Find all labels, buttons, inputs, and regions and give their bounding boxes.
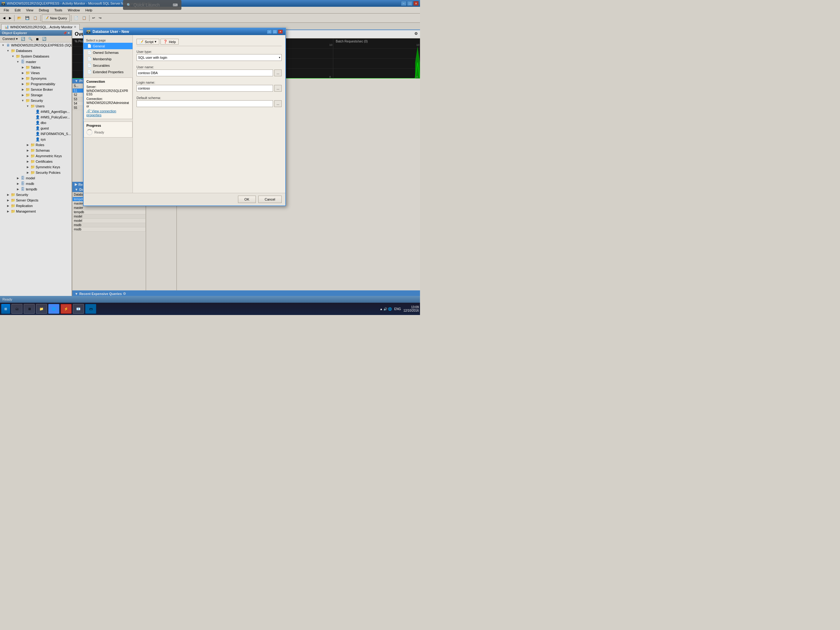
connection-icon: 🔗 [87, 109, 91, 113]
user-type-select-wrapper: SQL user with login SQL user without log… [136, 54, 282, 61]
sys-tray-icons: ▲ 🔊 🌐 [380, 307, 392, 311]
keyboard-icon: ⌨ [173, 3, 178, 7]
user-type-row: SQL user with login SQL user without log… [136, 54, 282, 61]
sidebar-item-general[interactable]: 📄 General [84, 43, 133, 49]
dialog-body: Select a page 📄 General 📄 Owned Schemas … [84, 35, 285, 193]
email-icon: 📧 [76, 307, 81, 311]
chrome-icon: 🌐 [52, 307, 56, 311]
login-name-browse-button[interactable]: ... [274, 85, 282, 92]
start-button[interactable]: ⊞ [1, 304, 10, 314]
ok-button[interactable]: OK [238, 196, 256, 203]
login-name-group: Login name: ... [136, 81, 282, 92]
dialog-overlay: 🗃️ Database User - New − □ ✕ Select a pa… [0, 0, 420, 303]
default-schema-group: Default schema: ... [136, 96, 282, 107]
dialog-toolbar: 📝 Script ▾ ❓ Help [136, 38, 282, 46]
taskbar-explorer[interactable]: 🗂 [11, 304, 22, 314]
taskbar-right: ▲ 🔊 🌐 ENG 13:09 12/10/2016 [380, 306, 419, 312]
page-icon: 📄 [87, 51, 92, 54]
sidebar-item-owned-schemas[interactable]: 📄 Owned Schemas [84, 49, 133, 56]
page-icon: 📄 [87, 57, 92, 61]
user-name-group: User name: ... [136, 65, 282, 76]
sidebar-item-membership[interactable]: 📄 Membership [84, 56, 133, 62]
ssms-icon: 🗃 [89, 307, 93, 311]
dialog-maximize-button[interactable]: □ [272, 30, 277, 34]
terminal-icon: 🖥 [28, 307, 31, 311]
connection-title: Connection [87, 80, 130, 83]
user-type-group: User type: SQL user with login SQL user … [136, 50, 282, 61]
script-icon: 📝 [139, 40, 144, 44]
quick-launch-area: 🔍 ⌨ [123, 0, 182, 10]
clock: 13:09 12/10/2016 [403, 306, 419, 312]
taskbar-filezilla[interactable]: ⚡ [61, 304, 72, 314]
dialog-footer: OK Cancel [84, 193, 285, 206]
user-name-input[interactable] [136, 70, 273, 76]
search-icon: 🔍 [127, 3, 131, 7]
taskbar-ssms[interactable]: 🗃 [85, 304, 96, 314]
database-user-dialog: 🗃️ Database User - New − □ ✕ Select a pa… [83, 28, 286, 206]
sidebar-header: Select a page [84, 38, 133, 43]
dialog-title-buttons: − □ ✕ [267, 30, 283, 34]
connection-value: WINDOWS2012R2\Administrator [87, 101, 130, 108]
dialog-minimize-button[interactable]: − [267, 30, 272, 34]
dialog-title-bar: 🗃️ Database User - New − □ ✕ [84, 28, 285, 35]
progress-status: Ready [87, 129, 130, 135]
login-name-label: Login name: [136, 81, 282, 84]
taskbar-folder[interactable]: 📁 [36, 304, 47, 314]
page-icon: 📄 [87, 44, 92, 48]
default-schema-row: ... [136, 100, 282, 107]
user-type-select[interactable]: SQL user with login SQL user without log… [136, 54, 282, 61]
user-name-label: User name: [136, 65, 282, 69]
sidebar-item-securables[interactable]: 📄 Securables [84, 62, 133, 69]
dialog-icon: 🗃️ [86, 30, 91, 34]
page-icon: 📄 [87, 70, 92, 74]
user-name-row: ... [136, 70, 282, 76]
dialog-title: Database User - New [93, 30, 129, 34]
connection-label: Connection: [87, 97, 130, 101]
page-icon: 📄 [87, 63, 92, 67]
quick-launch-input[interactable] [133, 2, 171, 7]
help-icon: ❓ [163, 40, 167, 44]
language-indicator: ENG [394, 307, 401, 311]
taskbar-email[interactable]: 📧 [73, 304, 84, 314]
spinner-icon [87, 129, 93, 135]
login-name-row: ... [136, 85, 282, 92]
taskbar: ⊞ 🗂 🖥 📁 🌐 ⚡ 📧 🗃 ▲ 🔊 🌐 ENG 13:09 12/10/20… [0, 303, 420, 315]
dialog-sidebar: Select a page 📄 General 📄 Owned Schemas … [84, 35, 133, 193]
taskbar-chrome[interactable]: 🌐 [48, 304, 59, 314]
filezilla-icon: ⚡ [64, 307, 68, 311]
progress-title: Progress [87, 123, 130, 127]
default-schema-browse-button[interactable]: ... [274, 100, 282, 107]
server-value: WINDOWS2012R2\SQLEXPRESS [87, 89, 130, 96]
taskbar-terminal[interactable]: 🖥 [24, 304, 35, 314]
script-button[interactable]: 📝 Script ▾ [136, 39, 159, 44]
help-button[interactable]: ❓ Help [161, 39, 178, 44]
user-name-browse-button[interactable]: ... [274, 70, 282, 76]
dropdown-icon: ▾ [155, 40, 156, 44]
dialog-form: 📝 Script ▾ ❓ Help User type: [133, 35, 285, 193]
user-type-label: User type: [136, 50, 282, 54]
connection-section: Connection Server: WINDOWS2012R2\SQLEXPR… [84, 78, 133, 119]
explorer-icon: 🗂 [15, 307, 19, 311]
server-label: Server: [87, 85, 130, 89]
windows-icon: ⊞ [4, 307, 7, 311]
sidebar-item-extended-properties[interactable]: 📄 Extended Properties [84, 69, 133, 75]
login-name-input[interactable] [136, 85, 273, 92]
dialog-close-button[interactable]: ✕ [278, 30, 283, 34]
progress-section: Progress Ready [84, 122, 133, 138]
default-schema-label: Default schema: [136, 96, 282, 100]
cancel-button[interactable]: Cancel [258, 196, 282, 203]
folder-icon: 📁 [39, 307, 44, 311]
default-schema-input[interactable] [136, 100, 273, 107]
view-connection-props-link[interactable]: 🔗 View connection properties [87, 109, 116, 117]
